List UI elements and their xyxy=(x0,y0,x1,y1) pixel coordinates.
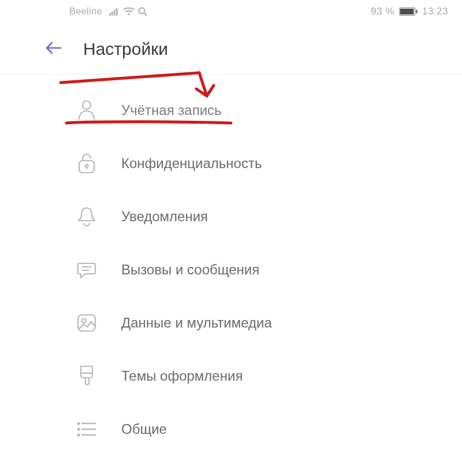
svg-point-5 xyxy=(139,8,144,14)
clock-label: 13:23 xyxy=(422,6,448,17)
settings-item-calls-messages[interactable]: Вызовы и сообщения xyxy=(0,243,462,296)
search-icon xyxy=(138,7,147,16)
settings-item-privacy[interactable]: Конфиденциальность xyxy=(0,137,462,190)
settings-item-label: Данные и мультимедиа xyxy=(121,315,272,331)
svg-point-11 xyxy=(83,101,91,109)
settings-item-label: Учётная запись xyxy=(121,102,222,118)
battery-icon xyxy=(399,8,418,16)
settings-item-label: Вызовы и сообщения xyxy=(121,262,259,278)
svg-point-13 xyxy=(85,165,88,168)
carrier-label: Beeline xyxy=(69,6,102,17)
settings-item-media[interactable]: Данные и мультимедиа xyxy=(0,296,462,349)
settings-item-themes[interactable]: Темы оформления xyxy=(0,349,462,403)
status-bar: Beeline 93 % 13:23 xyxy=(0,0,462,23)
person-icon xyxy=(75,100,98,121)
settings-item-account[interactable]: Учётная запись xyxy=(0,84,462,137)
brush-icon xyxy=(75,365,98,387)
battery-percent: 93 % xyxy=(371,6,394,17)
settings-list: Учётная запись Конфиденциальность Уведом… xyxy=(0,75,462,456)
media-icon xyxy=(75,314,98,332)
wifi-icon xyxy=(123,8,135,16)
settings-item-label: Темы оформления xyxy=(121,368,243,384)
settings-item-label: Конфиденциальность xyxy=(121,155,262,172)
svg-rect-9 xyxy=(416,10,418,13)
lock-icon xyxy=(75,153,98,174)
svg-rect-3 xyxy=(116,8,118,16)
svg-rect-8 xyxy=(400,9,413,14)
settings-item-notifications[interactable]: Уведомления xyxy=(0,190,462,243)
bell-icon xyxy=(75,206,98,227)
settings-item-general[interactable]: Общие xyxy=(0,403,462,456)
svg-point-24 xyxy=(78,434,80,436)
header: Настройки xyxy=(0,23,462,75)
settings-item-label: Уведомления xyxy=(121,209,208,225)
svg-rect-1 xyxy=(111,12,113,16)
list-icon xyxy=(75,422,98,437)
svg-point-18 xyxy=(82,319,86,323)
back-icon[interactable] xyxy=(45,41,62,57)
svg-rect-2 xyxy=(114,10,116,16)
signal-icon xyxy=(109,8,120,16)
svg-rect-0 xyxy=(109,13,111,16)
chat-icon xyxy=(75,260,98,280)
svg-point-22 xyxy=(78,429,80,430)
svg-point-4 xyxy=(128,13,130,16)
svg-point-20 xyxy=(78,423,80,425)
svg-line-6 xyxy=(144,13,147,16)
page-title: Настройки xyxy=(83,39,168,59)
settings-item-label: Общие xyxy=(121,421,167,437)
